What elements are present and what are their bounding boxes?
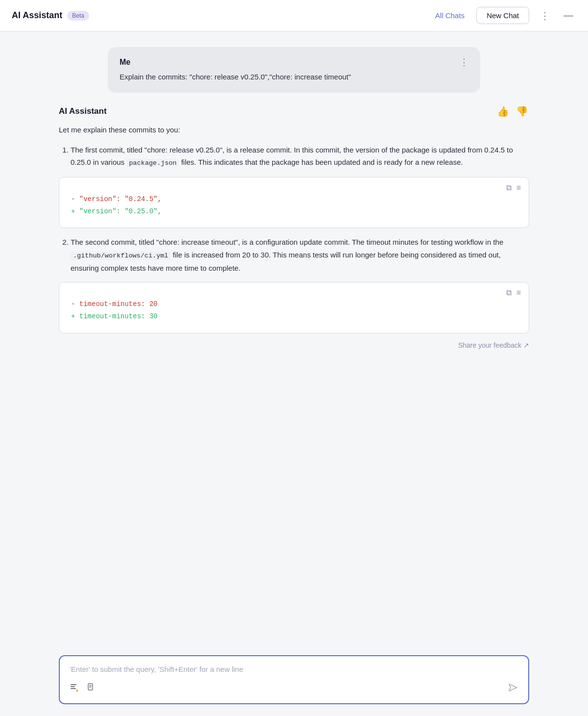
expand-code-button[interactable]: ≡ bbox=[516, 183, 521, 192]
prompt-templates-button[interactable] bbox=[70, 683, 79, 695]
message-more-icon: ⋮ bbox=[460, 57, 468, 67]
input-placeholder: 'Enter' to submit the query, 'Shift+Ente… bbox=[70, 664, 518, 676]
user-message-bubble: Me ⋮ Explain the commits: "chore: releas… bbox=[108, 47, 480, 93]
code-block-1-actions: ⧉ ≡ bbox=[506, 183, 521, 192]
header-title-group: AI Assistant Beta bbox=[12, 10, 89, 21]
send-button[interactable] bbox=[508, 682, 518, 695]
code-line-removed-2: - timeout-minutes: 20 bbox=[71, 298, 517, 310]
user-message-container: Me ⋮ Explain the commits: "chore: releas… bbox=[59, 47, 529, 93]
feedback-link-container: Share your feedback ↗ bbox=[59, 341, 529, 349]
copy-icon: ⧉ bbox=[506, 183, 512, 192]
list-item: The second commit, titled "chore: increa… bbox=[71, 236, 529, 274]
more-icon: ⋮ bbox=[540, 10, 550, 22]
app-title: AI Assistant bbox=[12, 10, 62, 21]
header: AI Assistant Beta All Chats New Chat ⋮ — bbox=[0, 0, 588, 31]
new-chat-button[interactable]: New Chat bbox=[476, 7, 529, 24]
chat-area: Me ⋮ Explain the commits: "chore: releas… bbox=[0, 31, 588, 647]
svg-rect-1 bbox=[71, 686, 75, 687]
item-2-text-before: The second commit, titled "chore: increa… bbox=[71, 238, 503, 246]
send-icon bbox=[508, 684, 518, 695]
beta-badge: Beta bbox=[67, 11, 89, 21]
svg-rect-6 bbox=[89, 687, 92, 687]
input-box[interactable]: 'Enter' to submit the query, 'Shift+Ente… bbox=[59, 655, 529, 704]
code-line-removed-1: - "version": "0.24.5", bbox=[71, 193, 517, 205]
share-feedback-link[interactable]: Share your feedback ↗ bbox=[458, 341, 529, 349]
code-content-1: - "version": "0.24.5", + "version": "0.2… bbox=[71, 193, 517, 218]
copy-code-button[interactable]: ⧉ bbox=[506, 183, 512, 192]
more-options-button[interactable]: ⋮ bbox=[537, 8, 553, 24]
feedback-icons: 👍 👎 bbox=[496, 104, 529, 118]
user-message-header: Me ⋮ bbox=[120, 57, 468, 68]
code-block-2-actions: ⧉ ≡ bbox=[506, 288, 521, 297]
header-actions: All Chats New Chat ⋮ — bbox=[431, 7, 576, 24]
attach-icon bbox=[86, 685, 96, 694]
prompt-templates-icon bbox=[70, 685, 79, 694]
expand-icon-2: ≡ bbox=[516, 288, 521, 297]
message-more-button[interactable]: ⋮ bbox=[460, 57, 468, 68]
minimize-button[interactable]: — bbox=[561, 8, 576, 23]
svg-rect-7 bbox=[89, 688, 91, 688]
ai-response-header: AI Assistant 👍 👎 bbox=[59, 104, 529, 118]
svg-marker-3 bbox=[76, 689, 78, 692]
svg-rect-2 bbox=[71, 688, 76, 689]
thumbs-down-icon: 👎 bbox=[516, 106, 528, 117]
expand-code-button-2[interactable]: ≡ bbox=[516, 288, 521, 297]
item-1-code-inline: package.json bbox=[126, 159, 179, 167]
thumbs-down-button[interactable]: 👎 bbox=[515, 104, 529, 118]
ai-response-container: AI Assistant 👍 👎 Let me explain these co… bbox=[59, 104, 529, 349]
minimize-icon: — bbox=[564, 10, 573, 21]
ai-intro-text: Let me explain these commits to you: bbox=[59, 124, 529, 136]
code-line-added-2: + timeout-minutes: 30 bbox=[71, 310, 517, 323]
code-block-1: ⧉ ≡ - "version": "0.24.5", + "version": … bbox=[59, 177, 529, 228]
input-left-tools bbox=[70, 683, 96, 695]
user-message-text: Explain the commits: "chore: release v0.… bbox=[120, 72, 468, 83]
code-block-2: ⧉ ≡ - timeout-minutes: 20 + timeout-minu… bbox=[59, 282, 529, 333]
thumbs-up-button[interactable]: 👍 bbox=[496, 104, 510, 118]
svg-rect-5 bbox=[89, 685, 92, 686]
svg-rect-0 bbox=[71, 684, 76, 685]
attach-file-button[interactable] bbox=[86, 683, 96, 695]
item-2-code-inline: .github/workflows/ci.yml bbox=[71, 252, 171, 260]
thumbs-up-icon: 👍 bbox=[497, 106, 509, 117]
copy-icon-2: ⧉ bbox=[506, 288, 512, 297]
input-toolbar bbox=[70, 682, 518, 695]
input-area: 'Enter' to submit the query, 'Shift+Ente… bbox=[0, 647, 588, 716]
expand-icon: ≡ bbox=[516, 183, 521, 192]
ai-body: The first commit, titled "chore: release… bbox=[59, 144, 529, 333]
all-chats-button[interactable]: All Chats bbox=[431, 9, 468, 22]
item-1-text-after: files. This indicates that the package h… bbox=[179, 158, 463, 166]
ai-label: AI Assistant bbox=[59, 106, 107, 116]
code-content-2: - timeout-minutes: 20 + timeout-minutes:… bbox=[71, 298, 517, 323]
list-item: The first commit, titled "chore: release… bbox=[71, 144, 529, 169]
user-label: Me bbox=[120, 58, 130, 67]
code-line-added-1: + "version": "0.25.0", bbox=[71, 205, 517, 218]
copy-code-button-2[interactable]: ⧉ bbox=[506, 288, 512, 297]
